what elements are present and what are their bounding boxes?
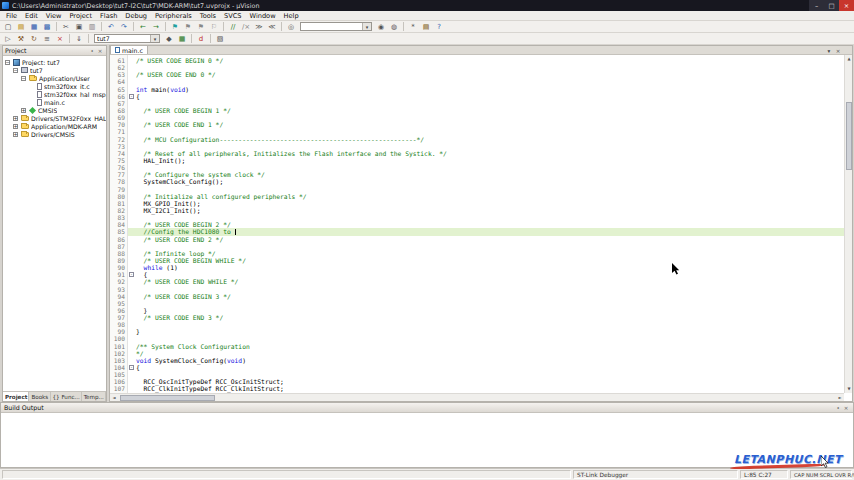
menu-window[interactable]: Window bbox=[246, 12, 280, 20]
code-line[interactable]: /* USER CODE END 3 */ bbox=[128, 314, 844, 321]
expander-icon[interactable]: + bbox=[21, 108, 26, 113]
code-line[interactable]: /* Reset of all peripherals, Initializes… bbox=[128, 150, 844, 157]
code-line[interactable] bbox=[128, 114, 844, 121]
code-line[interactable] bbox=[128, 143, 844, 150]
editor-horizontal-scrollbar[interactable]: ◄ ► bbox=[110, 393, 844, 401]
code-line[interactable]: RCC_OscInitTypeDef RCC_OscInitStruct; bbox=[128, 378, 844, 385]
code-line[interactable]: /* Initialize all configured peripherals… bbox=[128, 193, 844, 200]
code-line[interactable]: void SystemClock_Config(void) bbox=[128, 357, 844, 364]
incremental-find-icon[interactable]: ◍ bbox=[388, 22, 400, 32]
tree-item-stm32f0xx-hal-msp-c[interactable]: stm32f0xx_hal_msp.c bbox=[3, 90, 106, 98]
pin-icon[interactable]: • bbox=[88, 48, 96, 54]
code-line[interactable] bbox=[128, 128, 844, 135]
translate-icon[interactable]: ▷ bbox=[2, 34, 14, 44]
navigate-forward-icon[interactable]: → bbox=[150, 22, 162, 32]
tree-item-cmsis[interactable]: +CMSIS bbox=[3, 106, 106, 114]
configure-icon[interactable]: * bbox=[407, 22, 419, 32]
code-line[interactable] bbox=[128, 243, 844, 250]
code-line[interactable]: */ bbox=[128, 350, 844, 357]
menu-project[interactable]: Project bbox=[65, 12, 96, 20]
code-area[interactable]: /* USER CODE BEGIN 0 *//* USER CODE END … bbox=[128, 55, 844, 393]
code-line[interactable]: } bbox=[128, 307, 844, 314]
books-icon[interactable]: ▤ bbox=[420, 22, 432, 32]
menu-view[interactable]: View bbox=[42, 12, 66, 20]
build-output-content[interactable] bbox=[1, 413, 853, 467]
expander-icon[interactable]: + bbox=[13, 116, 18, 121]
pin-icon[interactable]: • bbox=[834, 405, 842, 411]
menu-tools[interactable]: Tools bbox=[196, 12, 220, 20]
expander-icon[interactable]: − bbox=[21, 76, 26, 81]
code-line[interactable]: - { bbox=[128, 271, 844, 278]
close-button[interactable]: × bbox=[839, 0, 854, 11]
navigate-back-icon[interactable]: ← bbox=[137, 22, 149, 32]
code-line[interactable] bbox=[128, 186, 844, 193]
code-line[interactable]: HAL_Init(); bbox=[128, 157, 844, 164]
options-for-target-icon[interactable]: ◆ bbox=[163, 34, 175, 44]
fold-marker-icon[interactable]: - bbox=[129, 365, 134, 370]
code-line[interactable]: /* USER CODE END 2 */ bbox=[128, 236, 844, 243]
code-line[interactable] bbox=[128, 100, 844, 107]
new-file-icon[interactable]: ▢ bbox=[2, 22, 14, 32]
cut-icon[interactable]: ✂ bbox=[60, 22, 72, 32]
close-document-icon[interactable]: × bbox=[834, 48, 842, 54]
close-panel-icon[interactable]: × bbox=[96, 48, 104, 54]
toggle-bookmark-icon[interactable]: ⚑ bbox=[169, 22, 181, 32]
stop-build-icon[interactable]: × bbox=[54, 34, 66, 44]
uncomment-icon[interactable]: /× bbox=[240, 22, 252, 32]
code-line[interactable]: SystemClock_Config(); bbox=[128, 178, 844, 185]
save-icon[interactable]: ▦ bbox=[28, 22, 40, 32]
code-line[interactable]: /* MCU Configuration--------------------… bbox=[128, 136, 844, 143]
kernel-objects-icon[interactable]: ▧ bbox=[214, 34, 226, 44]
tree-item-stm32f0xx-it-c[interactable]: stm32f0xx_it.c bbox=[3, 82, 106, 90]
code-line[interactable]: //Config the HDC1080 to bbox=[128, 228, 844, 235]
fold-marker-icon[interactable]: - bbox=[129, 94, 134, 99]
panel-tab-func[interactable]: {} Func... bbox=[51, 392, 82, 401]
tree-item-drivers-stm32f0xx-hal-dri[interactable]: +Drivers/STM32F0xx_HAL_Dri... bbox=[3, 114, 106, 122]
help-icon[interactable]: ? bbox=[433, 22, 445, 32]
tab-main-c[interactable]: main.c bbox=[110, 45, 148, 54]
code-line[interactable]: } bbox=[128, 328, 844, 335]
expander-icon[interactable]: + bbox=[13, 132, 18, 137]
save-all-icon[interactable]: ▩ bbox=[41, 22, 53, 32]
expander-icon[interactable]: − bbox=[13, 68, 18, 73]
tree-item-application-mdk-arm[interactable]: +Application/MDK-ARM bbox=[3, 122, 106, 130]
manage-components-icon[interactable]: ▦ bbox=[176, 34, 188, 44]
code-line[interactable] bbox=[128, 371, 844, 378]
code-line[interactable]: /* USER CODE BEGIN WHILE */ bbox=[128, 257, 844, 264]
code-line[interactable] bbox=[128, 78, 844, 85]
paste-icon[interactable]: ▥ bbox=[86, 22, 98, 32]
menu-debug[interactable]: Debug bbox=[121, 12, 151, 20]
code-line[interactable]: /* USER CODE END 0 */ bbox=[128, 71, 844, 78]
download-icon[interactable]: ⇓ bbox=[73, 34, 85, 44]
batch-build-icon[interactable]: ≡ bbox=[41, 34, 53, 44]
fold-marker-icon[interactable]: - bbox=[129, 272, 134, 277]
menu-edit[interactable]: Edit bbox=[21, 12, 42, 20]
start-debug-icon[interactable]: d bbox=[195, 34, 207, 44]
code-line[interactable]: /* USER CODE BEGIN 1 */ bbox=[128, 107, 844, 114]
code-line[interactable]: RCC_ClkInitTypeDef RCC_ClkInitStruct; bbox=[128, 385, 844, 392]
tree-item-application-user[interactable]: −Application/User bbox=[3, 74, 106, 82]
code-line[interactable] bbox=[128, 321, 844, 328]
minimize-button[interactable]: – bbox=[809, 0, 824, 11]
prev-bookmark-icon[interactable]: ⚑ bbox=[182, 22, 194, 32]
menu-help[interactable]: Help bbox=[280, 12, 303, 20]
code-line[interactable]: -{ bbox=[128, 93, 844, 100]
undo-icon[interactable]: ↶ bbox=[105, 22, 117, 32]
code-line[interactable] bbox=[128, 335, 844, 342]
expander-icon[interactable]: + bbox=[13, 124, 18, 129]
menu-file[interactable]: File bbox=[2, 12, 21, 20]
code-line[interactable] bbox=[128, 164, 844, 171]
vertical-scroll-thumb[interactable] bbox=[846, 102, 852, 170]
build-icon[interactable]: ⚒ bbox=[15, 34, 27, 44]
code-line[interactable]: MX_GPIO_Init(); bbox=[128, 200, 844, 207]
find-icon[interactable]: ◉ bbox=[375, 22, 387, 32]
code-line[interactable]: while (1) bbox=[128, 264, 844, 271]
editor-vertical-scrollbar[interactable]: ▲ ▼ bbox=[844, 55, 852, 393]
code-line[interactable]: /** System Clock Configuration bbox=[128, 343, 844, 350]
code-line[interactable]: /* USER CODE END WHILE */ bbox=[128, 278, 844, 285]
code-line[interactable]: /* USER CODE BEGIN 3 */ bbox=[128, 293, 844, 300]
code-line[interactable]: /* Configure the system clock */ bbox=[128, 171, 844, 178]
chevron-down-icon[interactable]: ▾ bbox=[150, 35, 159, 42]
comment-icon[interactable]: // bbox=[227, 22, 239, 32]
maximize-button[interactable]: □ bbox=[824, 0, 839, 11]
